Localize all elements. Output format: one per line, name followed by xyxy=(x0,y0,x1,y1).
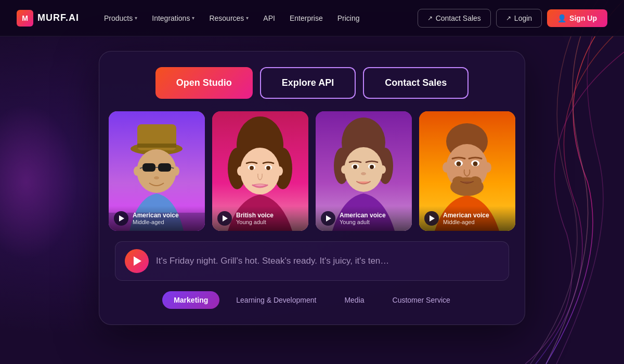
svg-point-35 xyxy=(341,165,347,174)
svg-point-21 xyxy=(250,166,254,170)
signup-button[interactable]: 👤 Sign Up xyxy=(547,9,607,27)
svg-point-32 xyxy=(353,165,357,169)
voice-cards-container: American voice Middle-aged xyxy=(115,111,509,231)
svg-point-12 xyxy=(173,166,179,176)
svg-rect-5 xyxy=(142,163,155,172)
navbar: M MURF.AI Products ▾ Integrations ▾ Reso… xyxy=(0,0,624,36)
voice-age-3: Young adult xyxy=(340,219,386,225)
tab-marketing[interactable]: Marketing xyxy=(162,291,219,309)
voice-age-1: Middle-aged xyxy=(133,219,179,225)
svg-point-36 xyxy=(380,165,386,174)
voice-card-4[interactable]: American voice Middle-aged xyxy=(419,111,515,231)
nav-item-integrations[interactable]: Integrations ▾ xyxy=(146,10,201,27)
svg-point-44 xyxy=(484,162,491,173)
voice-card-1-overlay: American voice Middle-aged xyxy=(109,206,205,231)
voice-age-2: Young adult xyxy=(236,219,274,225)
voice-info-4: American voice Middle-aged xyxy=(443,212,489,225)
contact-sales-label: Contact Sales xyxy=(436,14,481,22)
login-button[interactable]: ↗ Login xyxy=(496,9,542,28)
play-button-1[interactable] xyxy=(114,211,128,226)
top-buttons: Open Studio Explore API Contact Sales xyxy=(115,67,509,99)
svg-point-22 xyxy=(266,166,270,170)
voice-card-2-overlay: British voice Young adult xyxy=(212,206,308,231)
voice-info-2: British voice Young adult xyxy=(236,212,274,225)
play-button-2[interactable] xyxy=(217,211,232,226)
svg-point-43 xyxy=(443,162,450,173)
main-content: Open Studio Explore API Contact Sales xyxy=(0,36,624,325)
category-tabs: Marketing Learning & Development Media C… xyxy=(115,291,509,309)
signup-label: Sign Up xyxy=(569,14,597,22)
svg-point-29 xyxy=(344,147,383,192)
sample-text: It's Friday night. Grill's hot. Steak's … xyxy=(156,256,499,266)
hero-card: Open Studio Explore API Contact Sales xyxy=(99,51,525,325)
svg-point-4 xyxy=(137,149,176,193)
nav-item-pricing[interactable]: Pricing xyxy=(331,10,366,27)
nav-actions: ↗ Contact Sales ↗ Login 👤 Sign Up xyxy=(418,9,607,28)
voice-card-3[interactable]: American voice Young adult xyxy=(316,111,412,231)
svg-point-10 xyxy=(154,176,159,179)
user-icon: 👤 xyxy=(557,14,566,22)
chevron-down-icon: ▾ xyxy=(246,15,249,21)
voice-card-3-overlay: American voice Young adult xyxy=(316,206,412,231)
svg-point-23 xyxy=(237,166,243,176)
voice-type-3: American voice xyxy=(340,212,386,219)
svg-rect-3 xyxy=(137,144,176,148)
contact-sales-main-button[interactable]: Contact Sales xyxy=(363,67,469,99)
contact-sales-button[interactable]: ↗ Contact Sales xyxy=(418,9,491,28)
svg-point-48 xyxy=(473,162,478,166)
svg-rect-6 xyxy=(158,163,171,172)
voice-card-1[interactable]: American voice Middle-aged xyxy=(109,111,205,231)
play-icon xyxy=(326,215,331,222)
logo[interactable]: M MURF.AI xyxy=(17,10,79,27)
voice-card-2[interactable]: British voice Young adult xyxy=(212,111,308,231)
chevron-down-icon: ▾ xyxy=(135,15,137,21)
nav-item-products[interactable]: Products ▾ xyxy=(98,10,144,27)
tab-media[interactable]: Media xyxy=(333,291,375,309)
voice-info-1: American voice Middle-aged xyxy=(133,212,179,225)
play-icon xyxy=(223,215,228,222)
voice-age-4: Middle-aged xyxy=(443,219,489,225)
play-button-main[interactable] xyxy=(125,249,149,273)
nav-label-integrations: Integrations xyxy=(152,14,190,22)
nav-label-pricing: Pricing xyxy=(337,14,360,22)
nav-label-resources: Resources xyxy=(209,14,244,22)
svg-point-47 xyxy=(457,162,461,166)
play-icon xyxy=(430,215,435,222)
svg-point-34 xyxy=(361,172,366,175)
arrow-icon: ↗ xyxy=(427,15,433,22)
play-button-3[interactable] xyxy=(321,211,335,226)
chevron-down-icon: ▾ xyxy=(192,15,194,21)
logo-text: MURF.AI xyxy=(37,12,79,23)
voice-type-2: British voice xyxy=(236,212,274,219)
svg-point-33 xyxy=(370,165,374,169)
play-icon-large xyxy=(134,256,141,266)
text-input-area: It's Friday night. Grill's hot. Steak's … xyxy=(115,241,509,281)
explore-api-button[interactable]: Explore API xyxy=(260,67,356,99)
play-button-4[interactable] xyxy=(424,211,439,226)
nav-item-api[interactable]: API xyxy=(257,10,281,27)
play-icon xyxy=(119,215,124,222)
voice-info-3: American voice Young adult xyxy=(340,212,386,225)
svg-point-11 xyxy=(134,166,140,176)
nav-item-enterprise[interactable]: Enterprise xyxy=(283,10,329,27)
nav-label-products: Products xyxy=(104,14,133,22)
nav-label-api: API xyxy=(263,14,275,22)
login-label: Login xyxy=(514,14,532,22)
nav-links: Products ▾ Integrations ▾ Resources ▾ AP… xyxy=(98,10,418,27)
svg-point-24 xyxy=(277,166,283,176)
voice-type-1: American voice xyxy=(133,212,179,219)
open-studio-button[interactable]: Open Studio xyxy=(155,67,253,99)
nav-label-enterprise: Enterprise xyxy=(290,14,323,22)
nav-item-resources[interactable]: Resources ▾ xyxy=(203,10,255,27)
arrow-icon: ↗ xyxy=(506,15,511,22)
logo-icon: M xyxy=(17,10,33,27)
voice-type-4: American voice xyxy=(443,212,489,219)
tab-learning[interactable]: Learning & Development xyxy=(225,291,328,309)
tab-customer-service[interactable]: Customer Service xyxy=(381,291,462,309)
voice-card-4-overlay: American voice Middle-aged xyxy=(419,206,515,231)
